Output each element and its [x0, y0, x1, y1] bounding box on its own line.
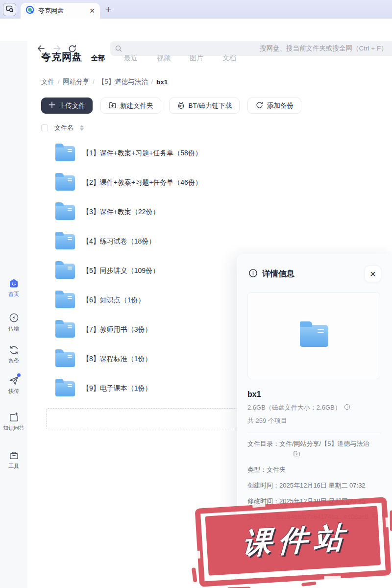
sidebar-item-tools[interactable]: 工具 — [0, 449, 27, 470]
sidebar-item-qa[interactable]: 知识问答 — [0, 411, 27, 432]
table-row[interactable]: 【5】同步讲义（109份） — [41, 256, 247, 286]
quark-drive-window: 夸克网盘 ✕ + 搜网盘、 — [0, 0, 392, 588]
folder-icon — [55, 205, 75, 220]
type-value: 文件夹 — [267, 466, 286, 473]
svg-text:BT: BT — [179, 104, 183, 107]
folder-icon — [55, 234, 75, 249]
circular-arrows-icon — [255, 101, 264, 111]
paper-plane-icon — [8, 374, 20, 386]
sidebar-item-backup[interactable]: 备份 — [0, 344, 27, 365]
tab-search-button[interactable] — [3, 3, 16, 16]
new-folder-label: 新建文件夹 — [120, 101, 153, 110]
detail-panel: 详情信息 ✕ bx1 2.6GB（磁盘文件大小：2.6GB） 共 259 个项目… — [237, 254, 392, 521]
sidebar-item-transfer[interactable]: 传输 — [0, 312, 27, 332]
folder-preview — [247, 292, 380, 379]
quark-favicon — [25, 5, 34, 16]
file-name: 【8】课程标准（1份） — [82, 355, 152, 364]
breadcrumb-morality[interactable]: 【5】道德与法治 — [98, 77, 148, 86]
folder-icon — [55, 293, 75, 308]
browser-tab-active[interactable]: 夸克网盘 ✕ — [21, 3, 100, 19]
sidebar-item-fast-send[interactable]: 快传 — [0, 374, 27, 395]
category-tabs: 全部 最近 视频 图片 文档 — [91, 54, 236, 63]
detail-count-line: 共 259 个项目 — [247, 416, 381, 425]
add-backup-button[interactable]: 添加备份 — [247, 98, 301, 114]
file-name: 【4】练习试卷（18份） — [82, 237, 155, 246]
bt-magnet-icon: BT — [177, 101, 185, 111]
home-icon — [8, 277, 20, 289]
upload-button[interactable]: 上传文件 — [41, 98, 93, 114]
tab-docs[interactable]: 文档 — [222, 54, 236, 63]
detail-size-text: 2.6GB（磁盘文件大小：2.6GB） — [247, 403, 341, 412]
sort-icon[interactable] — [80, 125, 84, 131]
tab-title: 夸克网盘 — [38, 6, 85, 15]
app-title: 夸克网盘 — [41, 50, 82, 64]
tab-search-icon — [6, 5, 14, 15]
folder-icon — [55, 381, 75, 396]
breadcrumb-separator: / — [93, 78, 94, 85]
detail-directory-line: 文件目录：文件/网站分享/【5】道德与法治 — [247, 440, 381, 449]
file-name: 【9】电子课本（1份） — [82, 384, 152, 393]
sidebar-item-home[interactable]: 首页 — [0, 277, 27, 298]
list-header: 文件名 — [41, 123, 84, 132]
watermark-stamp: 课件站 — [195, 497, 391, 587]
transfer-icon — [8, 312, 20, 323]
tab-close-icon[interactable]: ✕ — [89, 7, 95, 14]
upload-label: 上传文件 — [59, 101, 85, 110]
panel-divider — [247, 433, 381, 433]
file-name: 【3】课件+教案（22份） — [82, 208, 160, 217]
size-info-icon[interactable] — [344, 404, 350, 412]
table-row[interactable]: 【3】课件+教案（22份） — [41, 197, 247, 227]
table-row[interactable]: 【7】教师用书（3份） — [41, 315, 247, 344]
select-all-checkbox[interactable] — [41, 124, 48, 131]
folder-preview-icon — [300, 325, 328, 347]
sidebar-label-fast-send: 快传 — [8, 388, 19, 395]
sidebar-label-qa: 知识问答 — [3, 424, 24, 432]
detail-type-line: 类型：文件夹 — [247, 466, 381, 475]
filename-column-header: 文件名 — [54, 123, 74, 132]
directory-label: 文件目录： — [247, 440, 279, 447]
file-list: 【1】课件+教案+习题+任务单（58份） 【2】课件+教案+习题+任务单（46份… — [41, 139, 247, 403]
folder-icon — [55, 352, 75, 367]
plus-icon — [49, 101, 55, 110]
table-row[interactable]: 【1】课件+教案+习题+任务单（58份） — [41, 139, 247, 168]
new-tab-button[interactable]: + — [101, 2, 116, 17]
tab-image[interactable]: 图片 — [190, 54, 203, 63]
bt-download-button[interactable]: BT BT/磁力链下载 — [169, 98, 240, 114]
breadcrumb-separator: / — [58, 78, 59, 85]
new-folder-button[interactable]: 新建文件夹 — [100, 98, 161, 114]
goto-folder-icon[interactable] — [293, 450, 381, 459]
sidebar-label-home: 首页 — [8, 291, 19, 298]
info-icon — [248, 269, 258, 280]
toolbar: 上传文件 新建文件夹 BT BT/磁力链下载 — [41, 98, 301, 114]
file-name: 【7】教师用书（3份） — [82, 325, 152, 334]
file-name: 【6】知识点（1份） — [82, 296, 145, 305]
tab-video[interactable]: 视频 — [157, 54, 171, 63]
table-row[interactable]: 【9】电子课本（1份） — [41, 374, 247, 403]
search-icon — [115, 45, 122, 54]
backup-icon — [8, 344, 20, 356]
table-row[interactable]: 【8】课程标准（1份） — [41, 344, 247, 374]
bt-download-label: BT/磁力链下载 — [189, 101, 232, 110]
folder-icon — [55, 175, 75, 191]
detail-created-line: 创建时间：2025年12月16日 星期二 07:32 — [247, 481, 381, 490]
breadcrumb-current: bx1 — [156, 78, 168, 86]
type-label: 类型： — [247, 466, 267, 473]
tab-all[interactable]: 全部 — [91, 54, 105, 63]
table-row[interactable]: 【4】练习试卷（18份） — [41, 227, 247, 256]
folder-icon — [55, 264, 75, 279]
breadcrumb-files[interactable]: 文件 — [41, 77, 54, 86]
table-row[interactable]: 【6】知识点（1份） — [41, 286, 247, 315]
breadcrumb-share[interactable]: 网站分享 — [63, 77, 89, 86]
detail-file-name: bx1 — [247, 390, 381, 399]
knowledge-qa-icon — [8, 411, 20, 423]
close-icon[interactable]: ✕ — [365, 266, 381, 282]
tab-recent[interactable]: 最近 — [124, 54, 138, 63]
breadcrumb: 文件 / 网站分享 / 【5】道德与法治 / bx1 — [41, 77, 168, 86]
sidebar-label-tools: 工具 — [8, 463, 19, 470]
sidebar-label-transfer: 传输 — [8, 325, 19, 332]
add-backup-label: 添加备份 — [267, 101, 294, 110]
breadcrumb-separator: / — [151, 78, 153, 85]
sidebar: 首页 传输 备份 — [0, 41, 27, 588]
table-row[interactable]: 【2】课件+教案+习题+任务单（46份） — [41, 168, 247, 197]
sidebar-label-backup: 备份 — [8, 357, 19, 365]
